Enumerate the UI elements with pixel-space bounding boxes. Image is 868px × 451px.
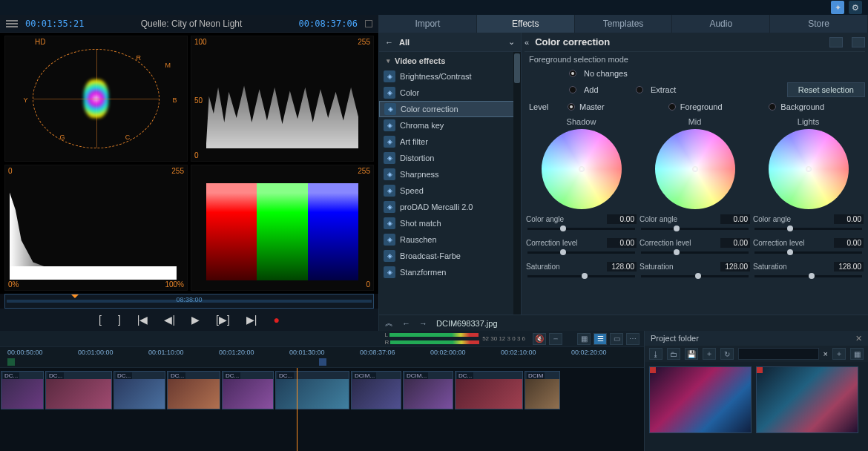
slider-shadow-color_angle[interactable] [527,228,635,230]
proj-search-input[interactable] [738,348,819,360]
timeline-clip[interactable]: DC... [455,371,523,409]
param-value-mid-color_angle[interactable]: 0.00 [720,214,750,224]
proj-save-button[interactable]: 💾 [685,348,698,360]
fx-item-color-correction[interactable]: ◈Color correction [379,101,521,117]
slider-mid-saturation[interactable] [641,275,749,277]
param-value-shadow-correction_level[interactable]: 0.00 [607,238,637,248]
proj-view-button[interactable]: ▦ [850,348,864,360]
timeline-clip[interactable]: DC... [167,371,220,409]
slider-thumb[interactable] [674,249,680,255]
slider-lights-saturation[interactable] [754,275,862,277]
tab-templates[interactable]: Templates [575,15,673,33]
proj-new-button[interactable]: ＋ [832,348,846,360]
timeline-tracks[interactable]: DC...DC...DC...DC...DC...DC...DCIM...DCI… [0,368,644,451]
play-range-button[interactable]: [▶] [216,314,230,326]
source-scrubber[interactable]: 08:38:00 [4,294,374,309]
mute-button[interactable]: 🔇 [533,333,546,345]
wheel-shadow[interactable] [542,129,622,209]
slider-lights-color_angle[interactable] [754,228,862,230]
fx-item-broadcast-farbe[interactable]: ◈Broadcast-Farbe [379,248,521,264]
timeline-clip[interactable]: DC... [1,371,44,409]
crumb-fwd-button[interactable]: → [419,319,427,328]
slider-thumb[interactable] [787,249,793,255]
wheel-lights[interactable] [769,129,849,209]
param-value-lights-color_angle[interactable]: 0.00 [834,214,864,224]
cc-compare-button[interactable] [852,37,865,47]
tab-import[interactable]: Import [379,15,477,33]
settings-button[interactable]: ⚙ [849,1,862,14]
param-value-lights-saturation[interactable]: 128.00 [834,262,864,271]
fx-item-prodad-mercalli-2-0[interactable]: ◈proDAD Mercalli 2.0 [379,199,521,215]
view-opts-button[interactable]: ⋯ [626,333,640,345]
reset-selection-button[interactable]: Reset selection [787,82,865,97]
timeline-clip[interactable]: DCIM... [403,371,453,409]
view-scene-button[interactable]: ▭ [610,333,623,345]
slider-shadow-correction_level[interactable] [527,251,635,254]
cc-preset-dropdown[interactable] [829,37,843,47]
slider-thumb[interactable] [787,226,793,231]
radio-add[interactable] [569,86,576,93]
slider-thumb[interactable] [809,273,815,279]
fx-item-chroma-key[interactable]: ◈Chroma key [379,117,521,134]
fx-item-shot-match[interactable]: ◈Shot match [379,215,521,231]
fx-dropdown-toggle[interactable]: ⌄ [508,37,515,47]
slider-thumb[interactable] [560,249,566,255]
slider-thumb[interactable] [695,273,701,279]
slider-lights-correction_level[interactable] [754,251,862,254]
timeline-ruler[interactable]: 00:00:50:0000:01:00:0000:01:10:0000:01:2… [0,347,644,368]
slider-thumb[interactable] [560,226,566,231]
fx-scrollbar[interactable] [513,52,521,315]
magic-wand-button[interactable]: ✦ [831,1,844,14]
fx-item-stanzformen[interactable]: ◈Stanzformen [379,264,521,280]
fx-subcategory[interactable]: Video effects [379,52,521,68]
menu-button[interactable] [6,20,18,27]
tab-store[interactable]: Store [770,15,868,33]
mixer-button[interactable]: ⎓ [549,333,562,345]
timeline-clip[interactable]: DC... [222,371,274,409]
param-value-mid-saturation[interactable]: 128.00 [720,262,750,271]
timecode-out[interactable]: 00:08:37:06 [299,19,358,29]
tab-effects[interactable]: Effects [477,15,575,33]
slider-mid-correction_level[interactable] [641,251,749,254]
view-grid-button[interactable]: ▦ [577,333,591,345]
mark-out-button[interactable]: ] [118,314,121,326]
scrubber-playhead[interactable] [71,294,79,308]
radio-extract[interactable] [636,86,643,93]
timeline-clip[interactable]: DC... [275,371,349,409]
fx-item-brightness-contrast[interactable]: ◈Brightness/Contrast [379,68,521,85]
radio-master[interactable] [568,103,575,111]
timecode-in[interactable]: 00:01:35:21 [25,19,84,29]
crumb-up-button[interactable]: ︽ [385,317,393,329]
panel-collapse-button[interactable]: « [525,38,529,47]
fx-item-speed[interactable]: ◈Speed [379,182,521,199]
timeline-clip[interactable]: DC... [45,371,112,409]
timeline-clip[interactable]: DC... [114,371,165,409]
go-start-button[interactable]: |◀ [137,314,148,326]
crumb-back-button[interactable]: ← [402,319,410,328]
popout-button[interactable] [365,20,372,27]
tab-audio[interactable]: Audio [672,15,770,33]
project-thumbnail[interactable] [756,366,858,433]
timeline-clip[interactable]: DCIM... [351,371,401,409]
proj-refresh-button[interactable]: ↻ [720,348,734,360]
project-close-button[interactable]: ✕ [855,331,862,346]
slider-mid-color_angle[interactable] [641,228,749,230]
project-thumbnail[interactable] [649,366,752,433]
proj-search-clear[interactable]: × [823,349,828,358]
fx-item-art-filter[interactable]: ◈Art filter [379,134,521,150]
fx-item-sharpness[interactable]: ◈Sharpness [379,166,521,182]
slider-thumb[interactable] [582,273,588,279]
proj-folder-button[interactable]: 🗀 [667,348,680,360]
radio-foreground[interactable] [668,103,676,111]
proj-add-button[interactable]: ＋ [703,348,716,360]
marker-flag-1[interactable] [7,358,15,366]
record-button[interactable]: ● [274,314,280,326]
fx-scroll-thumb[interactable] [514,53,520,83]
param-value-lights-correction_level[interactable]: 0.00 [834,238,864,248]
mark-in-button[interactable]: [ [99,314,102,326]
prev-frame-button[interactable]: ◀| [164,314,175,326]
radio-background[interactable] [769,103,776,111]
wheel-mid[interactable] [655,129,735,209]
proj-import-button[interactable]: ⭳ [649,348,662,360]
param-value-mid-correction_level[interactable]: 0.00 [720,238,750,248]
